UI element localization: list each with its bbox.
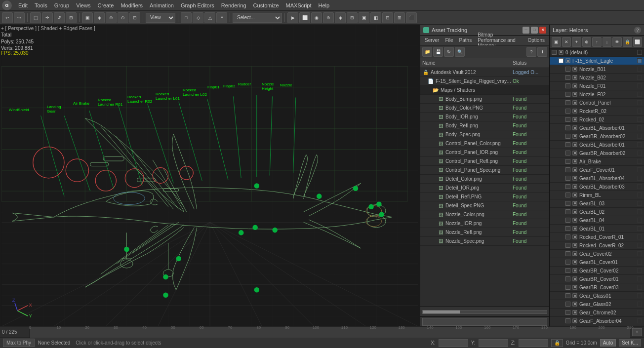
layer-render-checkbox[interactable] bbox=[637, 268, 642, 273]
layer-render-checkbox[interactable] bbox=[637, 243, 642, 248]
asset-row[interactable]: 🖼 Control_Panel_Refl.png Found bbox=[420, 157, 549, 166]
auto-button[interactable]: Auto bbox=[600, 339, 616, 347]
layer-render-checkbox[interactable] bbox=[637, 67, 642, 72]
layer-row[interactable]: GearF_Absorber04 bbox=[550, 317, 644, 325]
asset-path-input[interactable] bbox=[422, 318, 547, 326]
layer-row[interactable]: GearBL_Absorber01 bbox=[550, 124, 644, 132]
layer-visibility-checkbox[interactable] bbox=[565, 83, 570, 88]
layer-render-checkbox[interactable] bbox=[637, 50, 642, 55]
asset-row[interactable]: 🖼 Deteil_Color.png Found bbox=[420, 175, 549, 184]
layer-visibility-checkbox[interactable] bbox=[565, 226, 570, 231]
layer-row[interactable]: Rimm_BL bbox=[550, 191, 644, 199]
layers-help-button[interactable]: ? bbox=[634, 27, 641, 34]
tb-btn-1[interactable]: ▣ bbox=[82, 12, 93, 23]
layer-row[interactable]: Control_Panel bbox=[550, 99, 644, 107]
asset-tb-info[interactable]: ℹ bbox=[537, 47, 547, 57]
layer-render-checkbox[interactable] bbox=[637, 310, 642, 315]
select-button[interactable]: ⬚ bbox=[30, 12, 41, 23]
tb-render-8[interactable]: ◧ bbox=[370, 12, 381, 23]
layer-visibility-checkbox[interactable] bbox=[565, 251, 570, 256]
asset-row[interactable]: 🖼 Nozzle_Spec.png Found bbox=[420, 237, 549, 246]
tb-btn-4[interactable]: ⊙ bbox=[118, 12, 128, 23]
menu-group[interactable]: Group bbox=[51, 1, 73, 9]
rotate-button[interactable]: ↺ bbox=[54, 12, 65, 23]
layer-render-checkbox[interactable] bbox=[637, 75, 642, 80]
layer-row[interactable]: GearBR_Absorber02 bbox=[550, 149, 644, 157]
layer-link-btn[interactable]: ⊕ bbox=[582, 37, 592, 47]
layer-row[interactable]: GearBR_Cover01 bbox=[550, 275, 644, 283]
tb-render-1[interactable]: ▶ bbox=[287, 12, 298, 23]
asset-row[interactable]: 🖼 Body_Spec.png Found bbox=[420, 130, 549, 139]
layer-eye-btn[interactable]: 👁 bbox=[612, 37, 622, 47]
asset-row[interactable]: 🖼 Control_Panel_IOR.png Found bbox=[420, 148, 549, 157]
layer-render-checkbox[interactable] bbox=[637, 151, 642, 155]
view-dropdown[interactable]: View bbox=[146, 13, 175, 23]
asset-table-body[interactable]: 🔒 Autodesk Vault 2012 Logged O... 📄 F-15… bbox=[420, 68, 549, 307]
layer-row[interactable]: GearBL_Absorber01 bbox=[550, 141, 644, 149]
tb-btn-3[interactable]: ⊕ bbox=[106, 12, 117, 23]
asset-menu-file[interactable]: File bbox=[443, 37, 455, 43]
layer-render-checkbox[interactable] bbox=[637, 184, 642, 189]
lock-icon[interactable]: 🔒 bbox=[551, 339, 563, 347]
layer-row[interactable]: GearF_Cover01 bbox=[550, 166, 644, 174]
tb-render-5[interactable]: ◈ bbox=[335, 12, 346, 23]
layer-render-checkbox[interactable] bbox=[637, 117, 642, 122]
layer-render-checkbox[interactable] bbox=[637, 260, 642, 265]
menu-modifiers[interactable]: Modifiers bbox=[117, 1, 146, 9]
tb-snap-1[interactable]: □ bbox=[181, 12, 192, 23]
layer-row[interactable]: F-15_Silent_Eagle bbox=[550, 57, 644, 65]
layer-visibility-checkbox[interactable] bbox=[565, 142, 570, 147]
layers-body[interactable]: 0 (default) F-15_Silent_Eagle Nozzle_B01 bbox=[550, 48, 644, 326]
menu-customize[interactable]: Customize bbox=[250, 1, 282, 9]
layer-delete-btn[interactable]: ✕ bbox=[562, 37, 571, 47]
layer-row[interactable]: Gear_Chrome02 bbox=[550, 309, 644, 317]
asset-row[interactable]: 🖼 Deteil_Spec.PNG Found bbox=[420, 201, 549, 210]
close-button[interactable]: ✕ bbox=[539, 27, 546, 34]
layer-render-checkbox[interactable] bbox=[637, 142, 642, 147]
tb-snap-2[interactable]: ◇ bbox=[193, 12, 203, 23]
asset-menu-paths[interactable]: Paths bbox=[457, 37, 475, 43]
layer-visibility-checkbox[interactable] bbox=[565, 176, 570, 181]
layer-visibility-checkbox[interactable] bbox=[565, 151, 570, 155]
asset-tb-find[interactable]: 🔍 bbox=[455, 47, 465, 57]
asset-row[interactable]: 🖼 Deteil_Refl.PNG Found bbox=[420, 193, 549, 201]
tb-render-3[interactable]: ◉ bbox=[311, 12, 322, 23]
layer-row[interactable]: GearBR_Cover03 bbox=[550, 283, 644, 292]
asset-row[interactable]: 🖼 Nozzle_Color.png Found bbox=[420, 210, 549, 219]
layer-render-checkbox[interactable] bbox=[637, 302, 642, 307]
redo-button[interactable]: ↪ bbox=[14, 12, 25, 23]
timeline-track[interactable]: 0102030405060708090100110120130140150160… bbox=[30, 327, 630, 338]
layer-visibility-checkbox[interactable] bbox=[565, 134, 570, 139]
layer-visibility-checkbox[interactable] bbox=[565, 318, 570, 323]
layer-down-btn[interactable]: ↓ bbox=[603, 37, 612, 47]
y-input[interactable] bbox=[479, 339, 508, 347]
layer-row[interactable]: Gear_Glass01 bbox=[550, 292, 644, 300]
layer-visibility-checkbox[interactable] bbox=[565, 159, 570, 164]
layer-row[interactable]: Nozzle_F02 bbox=[550, 90, 644, 99]
tb-render-11[interactable]: ⬛ bbox=[406, 12, 417, 23]
layer-row[interactable]: GearBL_01 bbox=[550, 225, 644, 233]
asset-row[interactable]: 🖼 Control_Panel_Spec.png Found bbox=[420, 166, 549, 175]
asset-row[interactable]: 🖼 Body_Color.PNG Found bbox=[420, 104, 549, 113]
layer-select-btn[interactable]: ▣ bbox=[552, 37, 561, 47]
x-input[interactable] bbox=[439, 339, 468, 347]
menu-edit[interactable]: Edit bbox=[15, 1, 31, 9]
menu-graph-editors[interactable]: Graph Editors bbox=[177, 1, 218, 9]
asset-row[interactable]: 🖼 Control_Panel_Color.png Found bbox=[420, 139, 549, 148]
tb-btn-2[interactable]: ◈ bbox=[94, 12, 105, 23]
asset-row[interactable]: 🖼 Body_Refl.png Found bbox=[420, 121, 549, 130]
layer-visibility-checkbox[interactable] bbox=[565, 75, 570, 80]
layer-row[interactable]: GearBR_Cover02 bbox=[550, 267, 644, 275]
layer-row[interactable]: Rocked_CoverR_02 bbox=[550, 241, 644, 250]
layer-lock-btn[interactable]: 🔒 bbox=[623, 37, 632, 47]
layer-visibility-checkbox[interactable] bbox=[565, 67, 570, 72]
layer-visibility-checkbox[interactable] bbox=[552, 50, 557, 55]
object-dropdown[interactable]: Select... bbox=[233, 13, 282, 23]
asset-row[interactable]: 🖼 Nozzle_IOR.png Found bbox=[420, 219, 549, 228]
layer-up-btn[interactable]: ↑ bbox=[592, 37, 602, 47]
layer-visibility-checkbox[interactable] bbox=[565, 109, 570, 114]
layer-visibility-checkbox[interactable] bbox=[565, 209, 570, 214]
scale-button[interactable]: ⊞ bbox=[66, 12, 77, 23]
layer-visibility-checkbox[interactable] bbox=[565, 125, 570, 130]
layer-visibility-checkbox[interactable] bbox=[565, 92, 570, 97]
